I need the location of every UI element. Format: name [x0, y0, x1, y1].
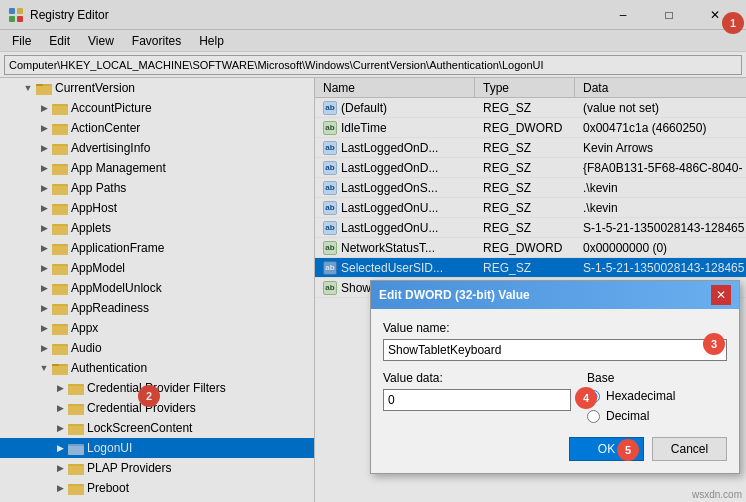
decimal-option[interactable]: Decimal: [587, 409, 727, 423]
dialog-base-col: Base Hexadecimal Decimal: [587, 371, 727, 423]
dialog-title-text: Edit DWORD (32-bit) Value: [379, 288, 530, 302]
dialog-title-bar: Edit DWORD (32-bit) Value ✕: [371, 281, 739, 309]
base-label: Base: [587, 371, 727, 385]
base-radio-group: Hexadecimal Decimal: [587, 389, 727, 423]
hexadecimal-label: Hexadecimal: [606, 389, 675, 403]
dialog-close-button[interactable]: ✕: [711, 285, 731, 305]
value-data-label: Value data:: [383, 371, 571, 385]
value-name-input[interactable]: [383, 339, 727, 361]
dialog-data-row: Value data: 4 Base Hexadecimal: [383, 371, 727, 423]
edit-dword-dialog: Edit DWORD (32-bit) Value ✕ Value name: …: [370, 280, 740, 474]
value-name-label: Value name:: [383, 321, 727, 335]
hexadecimal-option[interactable]: Hexadecimal: [587, 389, 727, 403]
decimal-label: Decimal: [606, 409, 649, 423]
badge-3: 3: [703, 333, 725, 355]
decimal-radio[interactable]: [587, 410, 600, 423]
dialog-overlay: Edit DWORD (32-bit) Value ✕ Value name: …: [0, 0, 746, 502]
badge-4: 4: [575, 387, 597, 409]
value-data-input[interactable]: [383, 389, 571, 411]
cancel-button[interactable]: Cancel: [652, 437, 727, 461]
dialog-body: Value name: 3 Value data: 4 Base: [371, 309, 739, 473]
badge-5: 5: [617, 439, 639, 461]
dialog-data-col: Value data: 4: [383, 371, 571, 423]
watermark: wsxdn.com: [692, 489, 742, 500]
dialog-buttons: 5 OK Cancel: [383, 437, 727, 461]
